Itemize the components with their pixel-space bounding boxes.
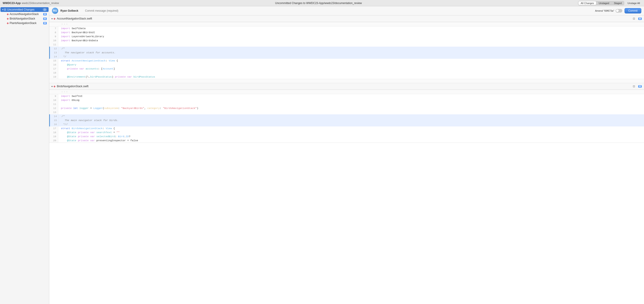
window-title: Uncommitted Changes to WWDC23-App/wwdc23…	[59, 2, 578, 5]
account-nav-badge: M	[43, 13, 47, 16]
birds-code-line-15-highlight: 15 The main navigator stack for birds.	[49, 118, 644, 122]
tab-all-changes[interactable]: All Changes	[578, 1, 596, 5]
birds-nav-badge: M	[43, 18, 47, 20]
code-line-13-highlight: 13 The navigator stack for accounts.	[49, 51, 644, 55]
code-line-7: 7 import SwiftData	[49, 27, 644, 31]
uncommitted-icon: ⊟	[4, 8, 6, 11]
commit-bar: RG Ryan Golbeck Amend "69f673a" Commit	[49, 6, 644, 16]
separator-line-2: ···	[49, 90, 644, 94]
file-section-account-nav: ▾ ◆ AccountNavigationStack.swift ⊡ M ···	[49, 16, 644, 83]
commit-message-input[interactable]	[85, 9, 593, 12]
title-bar-controls: All Changes Unstaged Staged Unstage All	[578, 1, 641, 5]
code-line-11: 11	[49, 43, 644, 47]
chevron-down-icon: ▾	[2, 8, 3, 11]
code-line-14-highlight: 14 */	[49, 55, 644, 59]
diff-scroll-area[interactable]: ▾ ◆ AccountNavigationStack.swift ⊡ M ···	[49, 16, 644, 304]
main-layout: ▾ ⊟ Uncommitted Changes 3 ◆ AccountNavig…	[0, 6, 644, 304]
content-area: RG Ryan Golbeck Amend "69f673a" Commit ▾…	[49, 6, 644, 304]
code-line-9: 9 import LayeredArtworkLibrary	[49, 35, 644, 39]
birds-code-line-19: 19 @State private var selectedBird: Bird…	[49, 134, 644, 138]
plants-nav-badge: M	[43, 22, 47, 25]
file-icon-plants: ◆	[7, 22, 9, 25]
file-header-actions: ⊡ M	[632, 17, 642, 21]
unstage-all-button[interactable]: Unstage All	[626, 1, 641, 5]
app-name: WWDC23-App	[3, 2, 21, 5]
code-line-19: 19 @Environment(\.birdPassStatus) privat…	[49, 75, 644, 79]
code-line-16: 16 @Query	[49, 63, 644, 67]
code-line-12-highlight: 12 /*	[49, 47, 644, 51]
birds-code-line-13: 13	[49, 110, 644, 114]
commit-author: Ryan Golbeck	[60, 9, 83, 12]
birds-code-line-18: 18 @State private var searchText = ""	[49, 130, 644, 134]
sidebar-item-account-nav[interactable]: ◆ AccountNavigationStack M	[0, 12, 48, 16]
file-section-birds-nav: ▾ ◆ BirdsNavigationStack.swift ⊡ M ···	[49, 83, 644, 143]
code-line-18: 18	[49, 71, 644, 75]
swift-file-icon-2: ◆	[54, 85, 56, 88]
file-expand-btn[interactable]: ⊡	[632, 17, 636, 21]
code-line-17: 17 private var accounts: [Account]	[49, 67, 644, 71]
file-badge-birds: M	[638, 85, 642, 88]
uncommitted-label: Uncommitted Changes	[7, 8, 43, 11]
birds-code-line-16-highlight: 16 *//	[49, 122, 644, 126]
code-block-account-nav: ··· 7 import SwiftData 8 import Backyard…	[49, 22, 644, 83]
collapse-icon: ▾	[52, 18, 52, 20]
file-header-birds-nav[interactable]: ▾ ◆ BirdsNavigationStack.swift ⊡ M	[49, 83, 644, 90]
birds-code-line-14-highlight: 14 /*	[49, 114, 644, 118]
amend-toggle[interactable]	[616, 9, 622, 13]
file-icon-birds: ◆	[7, 17, 9, 20]
file-header-account-nav[interactable]: ▾ ◆ AccountNavigationStack.swift ⊡ M	[49, 16, 644, 22]
title-bar: WWDC23-App wwdc23/documentation_review U…	[0, 0, 644, 6]
code-line-8: 8 import BackyardBirdsUI	[49, 31, 644, 35]
birds-code-line-12: 12 private let logger = Logger(subsystem…	[49, 106, 644, 110]
sidebar-item-uncommitted-changes[interactable]: ▾ ⊟ Uncommitted Changes 3	[0, 7, 48, 12]
tab-unstaged[interactable]: Unstaged	[596, 1, 611, 5]
code-line-15: 15 struct AccountNavigationStack: View {	[49, 59, 644, 63]
file-icon-account: ◆	[7, 13, 9, 16]
separator-line: ···	[49, 22, 644, 27]
plants-nav-label: PlantsNavigationStack	[10, 22, 42, 25]
repo-path: wwdc23/documentation_review	[22, 2, 59, 5]
file-expand-btn-2[interactable]: ⊡	[632, 84, 636, 88]
birds-code-line-20: 20 @State private var presentingInspecto…	[49, 138, 644, 142]
amend-label: Amend "69f673a"	[595, 10, 614, 12]
file-badge-account: M	[638, 18, 642, 20]
file-name-account-nav: AccountNavigationStack.swift	[57, 17, 92, 20]
code-block-birds-nav: ··· 9 import SwiftUI 10 import OSLog 11	[49, 90, 644, 142]
code-line-10: 10 import BackyardBirdsData	[49, 39, 644, 43]
birds-code-line-17: 17 struct BirdsNavigationStack: View {	[49, 126, 644, 130]
birds-code-line-9: 9 import SwiftUI	[49, 94, 644, 98]
commit-button[interactable]: Commit	[624, 8, 641, 14]
birds-code-line-11: 11	[49, 102, 644, 106]
amend-group: Amend "69f673a"	[595, 9, 622, 13]
file-name-birds-nav: BirdsNavigationStack.swift	[57, 85, 88, 88]
avatar: RG	[52, 8, 58, 14]
birds-nav-label: BirdsNavigationStack	[10, 17, 42, 20]
sidebar-item-birds-nav[interactable]: ◆ BirdsNavigationStack M	[0, 16, 48, 21]
toggle-thumb	[616, 10, 619, 12]
uncommitted-count: 3	[43, 8, 47, 11]
scroll-indicator	[49, 79, 644, 83]
collapse-icon-2: ▾	[52, 85, 52, 88]
view-tabs: All Changes Unstaged Staged	[578, 1, 624, 5]
sidebar-item-plants-nav[interactable]: ◆ PlantsNavigationStack M	[0, 21, 48, 25]
sidebar: ▾ ⊟ Uncommitted Changes 3 ◆ AccountNavig…	[0, 6, 49, 304]
tab-staged[interactable]: Staged	[612, 1, 624, 5]
swift-file-icon: ◆	[54, 17, 56, 20]
birds-code-line-10: 10 import OSLog	[49, 98, 644, 102]
account-nav-label: AccountNavigationStack	[10, 13, 42, 16]
file-header-actions-2: ⊡ M	[632, 84, 642, 88]
